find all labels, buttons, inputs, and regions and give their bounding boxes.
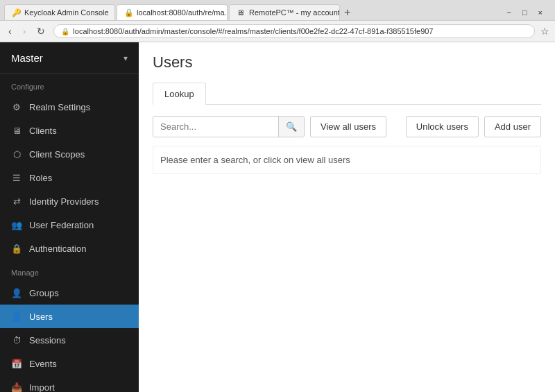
- forward-button[interactable]: ›: [20, 24, 29, 38]
- tab-favicon-keycloak: 🔑: [12, 8, 20, 17]
- tab-navigation: Lookup: [153, 83, 541, 105]
- new-tab-button[interactable]: +: [344, 7, 350, 18]
- realm-settings-icon: ⚙: [11, 101, 22, 112]
- sidebar-item-user-federation[interactable]: 👥 User Federation: [0, 213, 139, 237]
- sidebar: Master ▾ Configure ⚙ Realm Settings 🖥 Cl…: [0, 42, 139, 392]
- sidebar-item-users[interactable]: 👤 Users: [0, 305, 139, 328]
- sidebar-item-label-groups: Groups: [29, 288, 59, 298]
- sidebar-item-label-client-scopes: Client Scopes: [29, 149, 85, 160]
- app-container: Master ▾ Configure ⚙ Realm Settings 🖥 Cl…: [0, 42, 555, 392]
- clients-icon: 🖥: [11, 125, 22, 136]
- sidebar-item-label-authentication: Authentication: [29, 244, 86, 254]
- sidebar-item-label-import: Import: [29, 382, 55, 393]
- sidebar-item-label-clients: Clients: [29, 126, 57, 136]
- search-wrapper: 🔍: [153, 116, 305, 137]
- unlock-users-button[interactable]: Unlock users: [406, 116, 479, 137]
- back-button[interactable]: ‹: [6, 24, 15, 38]
- tab-localhost[interactable]: 🔒 localhost:8080/auth/re/ma... ×: [117, 4, 228, 20]
- import-icon: 📥: [11, 382, 22, 392]
- url-text: localhost:8080/auth/admin/master/console…: [73, 27, 527, 35]
- tab-label-keycloak: Keycloak Admin Console: [24, 8, 109, 17]
- search-input[interactable]: [153, 117, 278, 137]
- identity-providers-icon: ⇄: [11, 196, 22, 207]
- tab-lookup[interactable]: Lookup: [153, 83, 206, 105]
- roles-icon: ☰: [11, 172, 22, 183]
- users-icon: 👤: [11, 311, 22, 322]
- minimize-button[interactable]: −: [504, 8, 513, 17]
- realm-title: Master: [11, 52, 43, 64]
- configure-section-label: Configure: [0, 74, 139, 95]
- lock-icon: 🔒: [61, 28, 69, 35]
- realm-chevron-icon: ▾: [123, 53, 128, 63]
- authentication-icon: 🔒: [11, 243, 22, 254]
- window-controls: − □ ×: [498, 6, 551, 19]
- tab-remotepc[interactable]: 🖥 RemotePC™ - my account nfor... ×: [229, 4, 340, 20]
- add-user-button[interactable]: Add user: [484, 116, 541, 137]
- sidebar-item-import[interactable]: 📥 Import: [0, 375, 139, 392]
- tab-label-remotepc: RemotePC™ - my account nfor...: [249, 8, 340, 17]
- search-row: 🔍 View all users Unlock users Add user: [153, 116, 541, 137]
- sidebar-item-label-sessions: Sessions: [29, 335, 66, 346]
- user-federation-icon: 👥: [11, 219, 22, 230]
- sidebar-item-identity-providers[interactable]: ⇄ Identity Providers: [0, 189, 139, 213]
- tab-label-localhost: localhost:8080/auth/re/ma...: [137, 8, 228, 17]
- page-title: Users: [153, 53, 541, 71]
- sidebar-item-authentication[interactable]: 🔒 Authentication: [0, 237, 139, 260]
- main-content: Users Lookup 🔍 View all users Unlock use…: [139, 42, 555, 392]
- sidebar-item-events[interactable]: 📅 Events: [0, 352, 139, 375]
- events-icon: 📅: [11, 358, 22, 369]
- close-button[interactable]: ×: [536, 8, 545, 17]
- sidebar-item-groups[interactable]: 👤 Groups: [0, 281, 139, 305]
- sidebar-item-roles[interactable]: ☰ Roles: [0, 166, 139, 189]
- tab-favicon-remotepc: 🖥: [237, 8, 245, 17]
- address-bar: ‹ › ↻ 🔒 localhost:8080/auth/admin/master…: [0, 20, 555, 42]
- action-buttons: Unlock users Add user: [406, 116, 541, 137]
- sidebar-item-sessions[interactable]: ⏱ Sessions: [0, 328, 139, 352]
- sidebar-item-realm-settings[interactable]: ⚙ Realm Settings: [0, 95, 139, 119]
- groups-icon: 👤: [11, 287, 22, 298]
- browser-chrome: 🔑 Keycloak Admin Console × 🔒 localhost:8…: [0, 0, 555, 42]
- reload-button[interactable]: ↻: [34, 24, 48, 38]
- bookmark-button[interactable]: ☆: [540, 26, 549, 37]
- manage-section-label: Manage: [0, 260, 139, 281]
- maximize-button[interactable]: □: [520, 8, 530, 17]
- sidebar-item-label-realm-settings: Realm Settings: [29, 102, 90, 112]
- tab-bar: 🔑 Keycloak Admin Console × 🔒 localhost:8…: [0, 0, 555, 20]
- tab-keycloak[interactable]: 🔑 Keycloak Admin Console ×: [4, 4, 115, 20]
- url-box[interactable]: 🔒 localhost:8080/auth/admin/master/conso…: [53, 24, 535, 38]
- tab-favicon-localhost: 🔒: [124, 8, 133, 17]
- sidebar-item-clients[interactable]: 🖥 Clients: [0, 119, 139, 142]
- sidebar-item-label-users: Users: [29, 312, 53, 322]
- client-scopes-icon: ⬡: [11, 148, 22, 160]
- empty-message: Please enter a search, or click on view …: [153, 146, 541, 174]
- search-button[interactable]: 🔍: [278, 117, 304, 137]
- sidebar-item-label-user-federation: User Federation: [29, 220, 94, 230]
- realm-header[interactable]: Master ▾: [0, 42, 139, 74]
- sidebar-item-label-identity-providers: Identity Providers: [29, 196, 99, 207]
- sidebar-item-label-roles: Roles: [29, 173, 52, 183]
- sidebar-item-client-scopes[interactable]: ⬡ Client Scopes: [0, 142, 139, 166]
- sessions-icon: ⏱: [11, 334, 22, 346]
- view-all-users-button[interactable]: View all users: [310, 116, 386, 137]
- sidebar-item-label-events: Events: [29, 359, 57, 369]
